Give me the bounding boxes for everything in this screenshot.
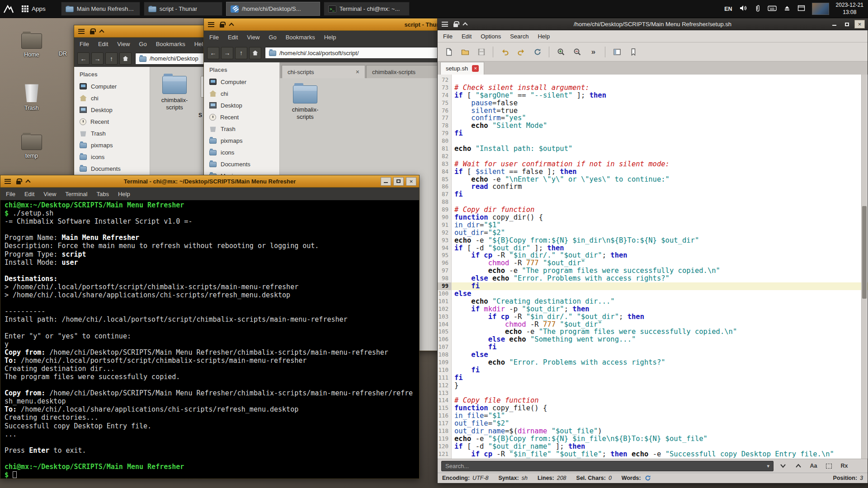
- more-button[interactable]: »: [586, 44, 601, 59]
- editor-lines[interactable]: 7273# Check silent install argument:74if…: [438, 75, 868, 459]
- titlebar[interactable]: /home/chi/Desktop/SCRIPTS/Main Menu Refr…: [438, 19, 868, 30]
- tab-close-icon[interactable]: ×: [472, 65, 479, 72]
- shade-up-icon[interactable]: [99, 29, 104, 34]
- menu-item-search[interactable]: Search: [505, 31, 533, 42]
- place-recent[interactable]: Recent: [204, 111, 279, 123]
- menu-item-file[interactable]: File: [1, 188, 20, 200]
- forward-button[interactable]: →: [91, 52, 104, 65]
- reload-button[interactable]: [530, 44, 545, 59]
- zoom-out-button[interactable]: [570, 44, 585, 59]
- close-button[interactable]: ×: [406, 177, 416, 186]
- regex-button[interactable]: Rx: [838, 460, 850, 472]
- menu-item-go[interactable]: Go: [264, 32, 281, 43]
- up-button[interactable]: ↑: [235, 47, 247, 59]
- clock[interactable]: 2023-12-21 13:08: [836, 2, 863, 16]
- menu-item-bookmarks[interactable]: Bookmarks: [281, 32, 320, 43]
- menu-item-file[interactable]: File: [75, 38, 94, 50]
- save-file-button[interactable]: [474, 44, 489, 59]
- find-previous-button[interactable]: [792, 460, 804, 472]
- menu-item-view[interactable]: View: [242, 32, 264, 43]
- menu-item-tabs[interactable]: Tabs: [92, 188, 113, 200]
- window-menu-icon[interactable]: [78, 29, 85, 34]
- menu-item-help[interactable]: Help: [113, 188, 135, 200]
- match-case-button[interactable]: Aa: [807, 460, 820, 472]
- word-count-refresh-icon[interactable]: [644, 473, 652, 484]
- menu-item-view[interactable]: View: [113, 38, 134, 50]
- place-icons[interactable]: icons: [204, 146, 279, 158]
- place-documents[interactable]: Documents: [204, 158, 279, 170]
- tab-chi-scripts[interactable]: chi-scripts ×: [282, 65, 365, 78]
- taskbar-item-thunar-main-menu[interactable]: Main Menu Refreshe...: [61, 2, 140, 16]
- apps-menu-button[interactable]: Apps: [17, 0, 50, 18]
- taskbar-item-terminal[interactable]: >_ Terminal - chi@mx: ~...: [324, 2, 410, 16]
- volume-icon[interactable]: [739, 4, 748, 14]
- back-button[interactable]: ←: [77, 52, 90, 65]
- menu-item-options[interactable]: Options: [476, 31, 505, 42]
- place-pixmaps[interactable]: pixmaps: [204, 135, 279, 146]
- minimize-button[interactable]: [829, 20, 840, 28]
- eject-icon[interactable]: [783, 5, 791, 14]
- close-button[interactable]: ×: [854, 20, 865, 28]
- terminal-output[interactable]: chi@mx:~/Desktop/SCRIPTS/Main Menu Refre…: [0, 200, 419, 479]
- place-chi[interactable]: chi: [204, 88, 279, 99]
- maximize-button[interactable]: [393, 177, 404, 186]
- place-pixmaps[interactable]: pixmaps: [74, 139, 150, 151]
- tab-close-icon[interactable]: ×: [356, 68, 359, 75]
- window-menu-icon[interactable]: [208, 22, 214, 27]
- place-chi[interactable]: chi: [74, 92, 150, 104]
- shade-up-icon[interactable]: [25, 179, 30, 184]
- menu-item-edit[interactable]: Edit: [223, 32, 242, 43]
- place-documents[interactable]: Documents: [74, 163, 150, 174]
- menu-item-bookmarks[interactable]: Bookmarks: [151, 38, 190, 50]
- home-button[interactable]: [119, 52, 132, 65]
- keyboard-icon[interactable]: [768, 4, 777, 14]
- menu-item-edit[interactable]: Edit: [94, 38, 113, 50]
- menu-item-terminal[interactable]: Terminal: [61, 188, 92, 200]
- menu-item-go[interactable]: Go: [134, 38, 151, 50]
- place-desktop[interactable]: Desktop: [204, 99, 279, 111]
- maximize-button[interactable]: [842, 20, 852, 28]
- place-icons[interactable]: icons: [74, 151, 150, 163]
- mx-logo-icon[interactable]: [0, 0, 17, 18]
- place-recent[interactable]: Recent: [74, 116, 150, 127]
- titlebar[interactable]: Terminal - chi@mx: ~/Desktop/SCRIPTS/Mai…: [0, 175, 419, 188]
- menu-item-edit[interactable]: Edit: [457, 31, 476, 42]
- forward-button[interactable]: →: [221, 47, 233, 59]
- taskbar-item-featherpad[interactable]: /home/chi/Desktop/S...: [226, 2, 320, 16]
- keyboard-layout-indicator[interactable]: EN: [724, 6, 732, 12]
- shade-up-icon[interactable]: [462, 22, 467, 27]
- up-button[interactable]: ↑: [105, 52, 118, 65]
- place-computer[interactable]: Computer: [204, 76, 279, 88]
- place-desktop[interactable]: Desktop: [74, 104, 150, 116]
- open-file-button[interactable]: [458, 44, 472, 59]
- back-button[interactable]: ←: [207, 47, 219, 59]
- window-menu-icon[interactable]: [442, 22, 448, 27]
- place-trash[interactable]: Trash: [204, 123, 279, 135]
- file-item-chimbalix-scripts[interactable]: chimbalix-scripts: [155, 76, 194, 112]
- menu-item-file[interactable]: File: [205, 32, 223, 43]
- chevron-down-icon[interactable]: ▾: [767, 463, 769, 469]
- menu-item-view[interactable]: View: [39, 188, 61, 200]
- tab-setup-sh[interactable]: setup.sh ×: [440, 62, 484, 75]
- home-button[interactable]: [249, 47, 261, 59]
- zoom-in-button[interactable]: [553, 44, 568, 59]
- screenshot-thumbnail[interactable]: [812, 3, 829, 15]
- menu-item-help[interactable]: Help: [533, 31, 554, 42]
- panel-window-icon[interactable]: [797, 5, 805, 14]
- place-trash[interactable]: Trash: [74, 127, 150, 139]
- find-next-button[interactable]: [777, 460, 789, 472]
- whole-word-button[interactable]: [823, 460, 835, 472]
- side-pane-button[interactable]: [609, 44, 624, 59]
- menu-item-edit[interactable]: Edit: [20, 188, 39, 200]
- menu-item-help[interactable]: Help: [320, 32, 341, 43]
- file-item-chimbalix-scripts[interactable]: chimbalix-scripts: [285, 85, 325, 121]
- scrollbar-thumb[interactable]: [862, 206, 867, 299]
- redo-button[interactable]: [514, 44, 528, 59]
- search-input[interactable]: Search... ▾: [441, 461, 774, 471]
- desktop-icon-temp[interactable]: temp: [10, 135, 53, 159]
- desktop-icon-trash[interactable]: Trash: [10, 82, 53, 111]
- new-file-button[interactable]: [441, 44, 456, 59]
- taskbar-item-thunar-script[interactable]: script - Thunar: [144, 2, 222, 16]
- menu-item-file[interactable]: File: [439, 31, 457, 42]
- minimize-button[interactable]: [381, 177, 391, 186]
